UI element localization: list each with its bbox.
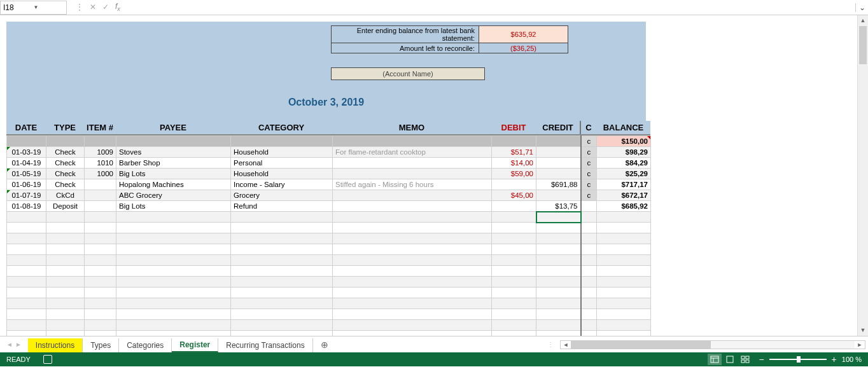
cell-empty[interactable] [333, 331, 492, 336]
cell-balance[interactable]: $672,17 [597, 190, 651, 201]
cell-type[interactable]: CkCd [46, 190, 85, 201]
cell-empty[interactable] [85, 223, 116, 233]
cell-empty[interactable] [231, 320, 333, 331]
cancel-icon[interactable]: ✕ [90, 3, 96, 11]
cell-empty[interactable] [492, 277, 536, 287]
cell-empty[interactable] [581, 320, 597, 331]
cell-empty[interactable] [492, 320, 536, 331]
cell-category[interactable]: Household [231, 147, 333, 158]
cell-balance[interactable]: $685,92 [597, 201, 651, 212]
cell-item[interactable] [85, 201, 116, 212]
formula-input[interactable] [128, 1, 855, 15]
cell-empty[interactable] [46, 223, 85, 233]
cell-empty[interactable] [333, 298, 492, 309]
cell-empty[interactable] [333, 309, 492, 320]
cell-empty[interactable] [581, 233, 597, 244]
cell-empty[interactable] [581, 331, 597, 336]
tab-instructions[interactable]: Instructions [28, 338, 83, 352]
cell-memo[interactable] [333, 201, 492, 212]
cell-empty[interactable] [492, 309, 536, 320]
cell-empty[interactable] [46, 320, 85, 331]
add-sheet-button[interactable]: ⊕ [313, 340, 336, 350]
cell-payee[interactable]: Hopalong Machines [116, 179, 231, 190]
cell-balance[interactable]: $717,17 [597, 179, 651, 190]
cell-empty[interactable] [536, 320, 581, 331]
cell-c[interactable]: c [581, 179, 597, 190]
cell-category[interactable]: Household [231, 169, 333, 179]
cell-payee[interactable]: ABC Grocery [116, 190, 231, 201]
cell-credit[interactable] [536, 158, 581, 169]
cell-empty[interactable] [231, 298, 333, 309]
cell-category[interactable]: Income - Salary [231, 179, 333, 190]
zoom-slider[interactable] [769, 359, 827, 360]
cell-date[interactable]: 01-07-19 [7, 190, 46, 201]
cell-empty[interactable] [46, 287, 85, 298]
scroll-up-icon[interactable]: ▲ [858, 15, 868, 26]
cell-empty[interactable] [581, 298, 597, 309]
cell-empty[interactable] [231, 244, 333, 255]
cell-credit[interactable] [536, 169, 581, 179]
cell-empty[interactable] [46, 298, 85, 309]
cell-empty[interactable] [85, 277, 116, 287]
cell-empty[interactable] [231, 233, 333, 244]
cell-empty[interactable] [116, 266, 231, 277]
name-box[interactable]: I18 ▼ [0, 1, 67, 15]
cell-empty[interactable] [116, 331, 231, 336]
start-c[interactable]: c [581, 136, 597, 147]
cell-memo[interactable]: Stiffed again - Missing 6 hours [333, 179, 492, 190]
cell-empty[interactable] [581, 277, 597, 287]
hscroll-left-icon[interactable]: ◄ [561, 342, 571, 348]
cell-memo[interactable] [333, 169, 492, 179]
tab-next-icon[interactable]: ► [15, 341, 22, 348]
cell-empty[interactable] [231, 287, 333, 298]
cell-empty[interactable] [536, 233, 581, 244]
cell-c[interactable]: c [581, 190, 597, 201]
cell-date[interactable]: 01-08-19 [7, 201, 46, 212]
cell-empty[interactable] [492, 244, 536, 255]
cell-empty[interactable] [85, 255, 116, 266]
cell-empty[interactable] [85, 331, 116, 336]
cell-empty[interactable] [581, 287, 597, 298]
cell-empty[interactable] [7, 223, 46, 233]
worksheet[interactable]: Enter ending balance from latest bank st… [0, 15, 857, 336]
cell-type[interactable]: Check [46, 179, 85, 190]
cell-empty[interactable] [46, 266, 85, 277]
cell-empty[interactable] [597, 287, 651, 298]
cell-empty[interactable] [333, 266, 492, 277]
cell-empty[interactable] [492, 287, 536, 298]
cell-empty[interactable] [536, 244, 581, 255]
cell-credit[interactable]: $13,75 [536, 201, 581, 212]
zoom-level[interactable]: 100 % [842, 356, 862, 363]
cell-debit[interactable] [492, 179, 536, 190]
account-name-field[interactable]: (Account Name) [331, 67, 485, 80]
tab-categories[interactable]: Categories [119, 338, 172, 352]
cell-type[interactable]: Check [46, 158, 85, 169]
cell-credit[interactable]: $691,88 [536, 179, 581, 190]
page-break-view-button[interactable] [738, 354, 752, 365]
cell-payee[interactable]: Big Lots [116, 169, 231, 179]
cell-empty[interactable] [7, 244, 46, 255]
cell-empty[interactable] [7, 320, 46, 331]
cell-empty[interactable] [536, 223, 581, 233]
cell-empty[interactable] [116, 255, 231, 266]
cell-empty[interactable] [492, 212, 536, 223]
cell-debit[interactable]: $45,00 [492, 190, 536, 201]
cell-empty[interactable] [597, 298, 651, 309]
cell-empty[interactable] [597, 309, 651, 320]
cell-debit[interactable]: $51,71 [492, 147, 536, 158]
active-cell[interactable] [536, 212, 581, 223]
cell-empty[interactable] [46, 277, 85, 287]
cell-empty[interactable] [46, 309, 85, 320]
cell-empty[interactable] [7, 287, 46, 298]
formula-expand-icon[interactable]: ⌄ [855, 3, 868, 12]
start-balance[interactable]: $150,00 [597, 136, 651, 147]
cell-payee[interactable]: Big Lots [116, 201, 231, 212]
cell-empty[interactable] [536, 298, 581, 309]
cell-empty[interactable] [85, 309, 116, 320]
cell-empty[interactable] [597, 266, 651, 277]
cell-payee[interactable]: Barber Shop [116, 158, 231, 169]
cell-empty[interactable] [581, 244, 597, 255]
cell-date[interactable]: 01-03-19 [7, 147, 46, 158]
cell-empty[interactable] [231, 277, 333, 287]
cell-empty[interactable] [492, 298, 536, 309]
